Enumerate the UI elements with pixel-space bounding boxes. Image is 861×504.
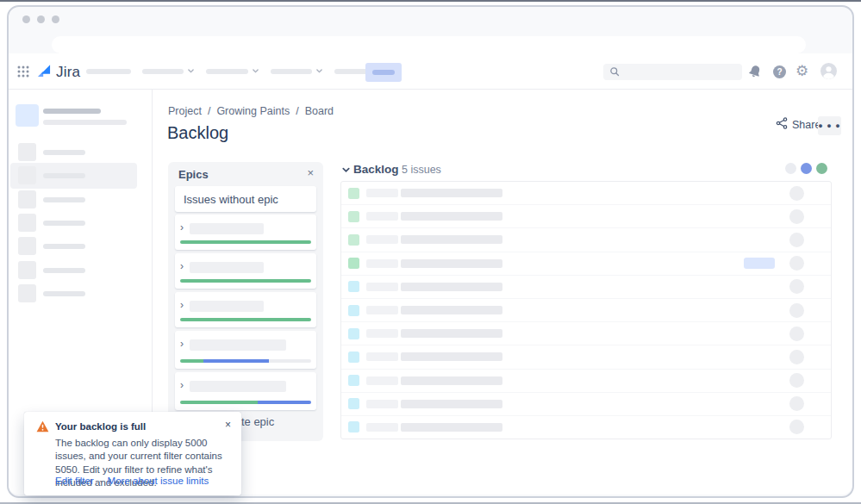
nav-skeleton-bar bbox=[142, 69, 184, 74]
edit-filter-link[interactable]: Edit filter bbox=[55, 476, 94, 486]
issue-key-skeleton bbox=[366, 352, 398, 361]
status-dots bbox=[785, 163, 827, 174]
issue-type-icon bbox=[348, 281, 359, 292]
backlog-issue-row[interactable] bbox=[341, 416, 831, 439]
window-minimize-button[interactable] bbox=[37, 16, 45, 23]
window-close-button[interactable] bbox=[22, 16, 30, 23]
share-button-label: Share bbox=[792, 119, 820, 131]
backlog-issue-row[interactable] bbox=[341, 252, 831, 276]
close-icon[interactable]: × bbox=[307, 166, 314, 179]
sidebar-item[interactable] bbox=[10, 233, 137, 259]
issue-key-skeleton bbox=[366, 259, 398, 268]
issue-summary-skeleton bbox=[401, 423, 502, 432]
nav-menu-skeleton[interactable] bbox=[142, 67, 195, 75]
epic-progress-segment bbox=[269, 359, 311, 363]
share-button[interactable]: Share bbox=[776, 117, 820, 132]
assignee-avatar[interactable] bbox=[789, 233, 804, 247]
jira-logo[interactable]: Jira bbox=[35, 62, 80, 83]
profile-avatar[interactable] bbox=[820, 63, 837, 79]
assignee-avatar[interactable] bbox=[789, 209, 804, 224]
sidebar-item[interactable] bbox=[10, 163, 137, 189]
epic-card[interactable]: › bbox=[175, 253, 316, 289]
assignee-avatar[interactable] bbox=[789, 373, 804, 388]
breadcrumb-separator: / bbox=[296, 105, 298, 117]
sidebar-item[interactable] bbox=[10, 187, 137, 213]
help-icon[interactable]: ? bbox=[773, 65, 786, 78]
assignee-avatar[interactable] bbox=[789, 186, 804, 201]
issues-without-epic-label: Issues without epic bbox=[184, 193, 278, 206]
assignee-avatar[interactable] bbox=[789, 396, 804, 411]
app-switcher-icon[interactable] bbox=[17, 65, 29, 78]
issue-summary-skeleton bbox=[401, 376, 502, 385]
sidebar-item[interactable] bbox=[10, 258, 137, 283]
epic-card[interactable]: › bbox=[175, 372, 316, 410]
backlog-issue-row[interactable] bbox=[341, 370, 831, 393]
issue-summary-skeleton bbox=[401, 283, 502, 291]
backlog-issue-row[interactable] bbox=[341, 345, 831, 369]
issue-type-icon bbox=[348, 211, 359, 222]
assignee-avatar[interactable] bbox=[789, 256, 804, 271]
backlog-issue-row[interactable] bbox=[341, 228, 831, 252]
assignee-avatar[interactable] bbox=[789, 350, 804, 364]
sidebar-item-label-skeleton bbox=[43, 173, 85, 178]
status-dot-in-progress bbox=[801, 163, 812, 174]
nav-menu-skeleton[interactable] bbox=[86, 69, 131, 74]
jira-logo-text: Jira bbox=[56, 64, 80, 81]
assignee-avatar[interactable] bbox=[789, 420, 804, 434]
epic-progress-segment bbox=[180, 240, 311, 244]
search-icon bbox=[609, 65, 620, 80]
epic-card[interactable]: › bbox=[175, 292, 316, 327]
backlog-issue-row[interactable] bbox=[341, 299, 831, 322]
breadcrumb-board[interactable]: Board bbox=[305, 105, 334, 117]
issue-key-skeleton bbox=[366, 306, 398, 314]
nav-skeleton-bar bbox=[271, 69, 312, 74]
issue-type-icon bbox=[348, 328, 359, 339]
backlog-issue-row[interactable] bbox=[341, 322, 831, 345]
issue-type-icon bbox=[348, 258, 359, 269]
chevron-down-icon bbox=[187, 67, 195, 75]
share-icon bbox=[776, 117, 788, 132]
close-icon[interactable]: × bbox=[225, 419, 231, 431]
issue-key-skeleton bbox=[366, 329, 398, 338]
issue-summary-skeleton bbox=[401, 212, 502, 221]
backlog-issue-row[interactable] bbox=[341, 393, 831, 416]
epic-progress-bar bbox=[180, 279, 311, 283]
project-type-skeleton bbox=[43, 120, 127, 125]
more-about-issue-limits-link[interactable]: More about issue limits bbox=[108, 476, 209, 486]
section-chevron-down-icon[interactable] bbox=[341, 165, 351, 175]
issue-type-icon bbox=[348, 375, 359, 386]
epic-progress-bar bbox=[180, 359, 311, 363]
gear-icon[interactable]: ⚙ bbox=[795, 62, 808, 81]
sidebar-item[interactable] bbox=[10, 140, 137, 165]
breadcrumb-project-name[interactable]: Growing Paints bbox=[216, 105, 290, 117]
backlog-issue-row[interactable] bbox=[341, 182, 831, 205]
page-title: Backlog bbox=[167, 123, 228, 143]
epic-card[interactable]: › bbox=[175, 215, 316, 250]
notifications-bell-icon[interactable] bbox=[748, 65, 762, 78]
more-actions-button[interactable]: ● ● ● bbox=[818, 116, 841, 135]
backlog-issue-list bbox=[340, 181, 832, 439]
backlog-issue-row[interactable] bbox=[341, 205, 831, 228]
epic-progress-bar bbox=[180, 240, 311, 244]
assignee-avatar[interactable] bbox=[789, 279, 804, 294]
window-zoom-button[interactable] bbox=[52, 16, 59, 23]
sidebar-item-icon-skeleton bbox=[18, 143, 36, 161]
assignee-avatar[interactable] bbox=[789, 303, 804, 318]
issues-without-epic-card[interactable]: Issues without epic bbox=[175, 186, 316, 212]
issue-estimate-skeleton bbox=[744, 258, 775, 269]
breadcrumb-project[interactable]: Project bbox=[168, 105, 202, 117]
sidebar-item[interactable] bbox=[10, 210, 137, 236]
search-input[interactable] bbox=[603, 64, 742, 80]
issue-type-icon bbox=[348, 234, 359, 246]
backlog-issue-row[interactable] bbox=[341, 276, 831, 299]
backlog-issue-count: 5 issues bbox=[402, 164, 441, 176]
epic-card[interactable]: › bbox=[175, 331, 316, 369]
sidebar-item-label-skeleton bbox=[43, 268, 85, 273]
create-button-skeleton[interactable] bbox=[365, 63, 402, 82]
nav-menu-skeleton[interactable] bbox=[271, 67, 323, 75]
sidebar-item[interactable] bbox=[10, 281, 137, 307]
issue-key-skeleton bbox=[366, 376, 398, 385]
assignee-avatar[interactable] bbox=[789, 327, 804, 341]
address-bar[interactable] bbox=[52, 36, 806, 53]
nav-menu-skeleton[interactable] bbox=[206, 67, 259, 75]
